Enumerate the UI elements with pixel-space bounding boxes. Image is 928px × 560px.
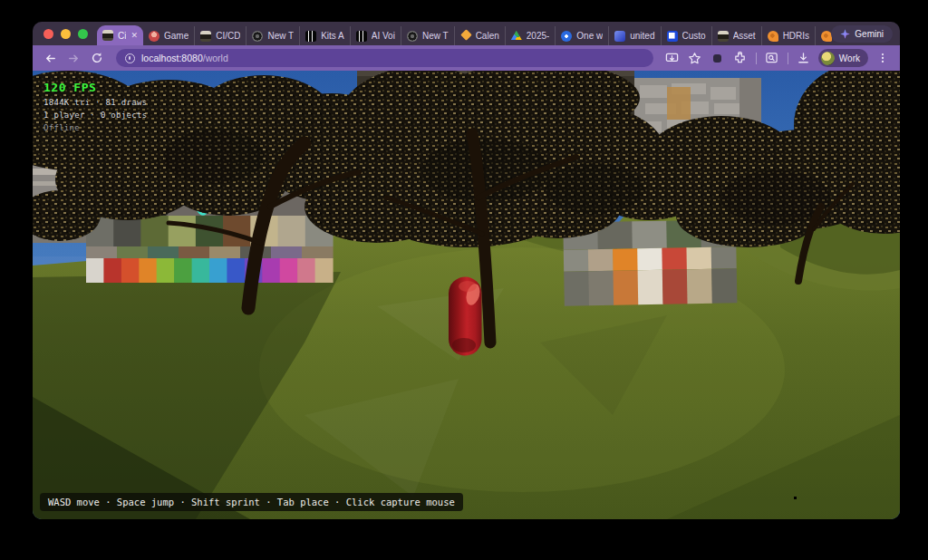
profile-label: Work: [839, 53, 860, 63]
bookmark-star-icon[interactable]: [685, 48, 705, 68]
tab-label: CI/CD: [216, 31, 240, 41]
gemini-label: Gemini: [855, 29, 884, 39]
browser-swirl-icon: [407, 31, 418, 42]
stats-hud: 120 FPS 1844K tri · 81 draws 1 player · …: [44, 81, 147, 132]
reload-button[interactable]: [87, 48, 107, 68]
tab-label: HDRIs: [783, 31, 809, 41]
tab-label: 2025-: [527, 31, 550, 41]
toolbar-separator: [788, 53, 788, 64]
fps-counter: 120 FPS: [44, 81, 147, 94]
tab-label: Asset: [733, 31, 756, 41]
browser-toolbar: localhost:8080/world Work: [33, 45, 900, 71]
blue-square-favicon-icon: [667, 31, 678, 42]
tab-ci[interactable]: Ci ✕: [97, 25, 143, 45]
menu-kebab-icon[interactable]: [873, 48, 893, 68]
url-host: localhost:8080: [141, 53, 203, 63]
tab-label: AI Voi: [372, 31, 395, 41]
tab-label: Ci: [118, 31, 126, 41]
profile-chip[interactable]: Work: [818, 49, 868, 67]
site-favicon-icon: [200, 31, 211, 42]
toolbar-separator: [756, 53, 757, 64]
minimize-window-button[interactable]: [61, 29, 71, 39]
tab-cicd[interactable]: CI/CD: [194, 26, 246, 45]
player-object-stats: 1 player · 0 objects: [44, 111, 147, 120]
tab-label: Kits A: [321, 31, 344, 41]
tab-new-tab-2[interactable]: New T: [401, 26, 454, 45]
back-button[interactable]: [40, 48, 60, 68]
tab-game[interactable]: Game: [143, 26, 194, 45]
drive-favicon-icon: [511, 31, 522, 42]
player-capsule: [449, 277, 482, 356]
tab-label: New T: [267, 31, 294, 41]
tab-list: Ci ✕ Game CI/CD New T Kits A AI Voi: [97, 22, 900, 45]
tab-label: Custo: [682, 31, 706, 41]
black-square-favicon-icon: [305, 31, 316, 42]
tab-label: One w: [576, 31, 603, 41]
site-favicon-icon: [718, 31, 729, 42]
zoom-window-button[interactable]: [78, 29, 88, 39]
gemini-sparkle-icon: [840, 29, 850, 39]
palette-wall-left: [86, 216, 334, 283]
browser-swirl-icon: [252, 31, 263, 42]
tab-label: Game: [164, 31, 188, 41]
tab-new-tab-1[interactable]: New T: [246, 26, 299, 45]
pinned-extension-icon[interactable]: [708, 48, 728, 68]
close-icon[interactable]: ✕: [130, 31, 138, 40]
close-window-button[interactable]: [44, 29, 53, 39]
triangle-draw-stats: 1844K tri · 81 draws: [44, 98, 147, 107]
forward-button[interactable]: [63, 48, 83, 68]
tab-2025[interactable]: 2025-: [505, 26, 556, 45]
tab-asset[interactable]: Asset: [711, 26, 761, 45]
mouse-cursor: [794, 497, 797, 499]
game-scene: [33, 71, 900, 519]
polyhaven-favicon-icon: [821, 31, 832, 42]
orange-diamond-favicon-icon: [460, 29, 472, 41]
tab-united[interactable]: united: [608, 26, 660, 45]
download-icon[interactable]: [794, 48, 814, 68]
tab-label: Calen: [476, 31, 499, 41]
game-viewport[interactable]: 120 FPS 1844K tri · 81 draws 1 player · …: [33, 71, 900, 519]
site-favicon-icon: [102, 30, 113, 41]
tab-customer[interactable]: Custo: [661, 26, 711, 45]
blue-swirl-favicon-icon: [614, 31, 625, 42]
window-controls: [33, 22, 97, 45]
profile-avatar: [821, 52, 835, 65]
gemini-button[interactable]: Gemini: [831, 25, 893, 43]
tab-ai-voice[interactable]: AI Voi: [350, 26, 401, 45]
network-status: Offline: [44, 123, 147, 132]
tab-strip: Ci ✕ Game CI/CD New T Kits A AI Voi: [33, 22, 900, 45]
url-text: localhost:8080/world: [141, 53, 228, 63]
tab-hdris[interactable]: HDRIs: [761, 26, 815, 45]
tab-calendar[interactable]: Calen: [454, 26, 505, 45]
avatar-favicon-icon: [149, 31, 160, 42]
address-bar[interactable]: localhost:8080/world: [116, 49, 653, 67]
url-path: /world: [203, 53, 228, 63]
blue-circle-favicon-icon: [561, 31, 572, 42]
polyhaven-favicon-icon: [768, 31, 778, 42]
site-info-icon[interactable]: [125, 53, 135, 63]
black-square-favicon-icon: [356, 31, 367, 42]
find-in-page-icon[interactable]: [762, 48, 782, 68]
controls-hint-bar: WASD move · Space jump · Shift sprint · …: [40, 493, 463, 511]
tab-one-w[interactable]: One w: [555, 26, 608, 45]
send-to-device-icon[interactable]: [662, 48, 682, 68]
browser-window: Ci ✕ Game CI/CD New T Kits A AI Voi: [33, 22, 900, 519]
toolbar-actions: Work: [662, 48, 893, 68]
extensions-puzzle-icon[interactable]: [730, 48, 750, 68]
tab-label: united: [630, 31, 654, 41]
tab-label: New T: [422, 31, 449, 41]
tab-kits-ai[interactable]: Kits A: [299, 26, 350, 45]
